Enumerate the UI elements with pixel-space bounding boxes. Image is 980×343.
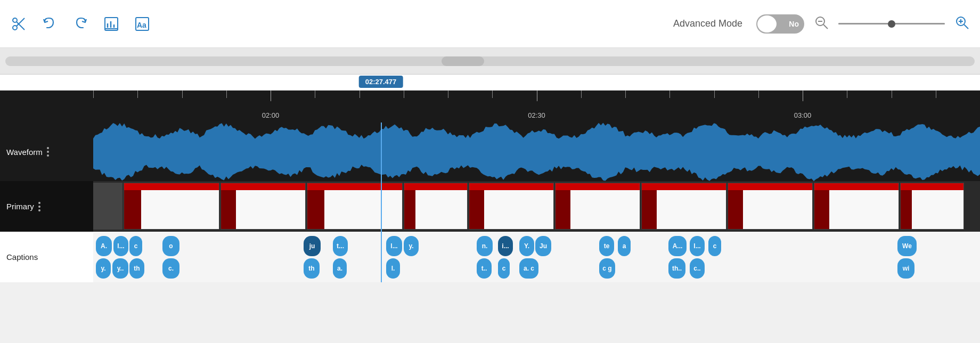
svg-text:Aa: Aa [137,21,146,29]
video-thumbnail-1[interactable] [124,183,219,230]
captions-track-label: Captions [0,232,93,282]
caption-block-17[interactable]: We [897,236,917,256]
toggle-knob [757,15,777,32]
caption-block-8[interactable]: n. [477,236,493,256]
caption-block-10[interactable]: Y. [519,236,534,256]
video-thumbnail-0[interactable] [93,183,123,230]
ruler-label-area [0,91,93,123]
chart-icon[interactable] [103,16,119,32]
zoom-in-icon[interactable] [954,15,969,33]
caption-block-bottom-0[interactable]: y. [96,258,111,279]
caption-block-9[interactable]: i... [498,236,513,256]
scroll-track[interactable] [5,56,975,66]
undo-icon[interactable] [42,16,58,32]
caption-block-15[interactable]: l... [690,236,705,256]
caption-block-bottom-2[interactable]: th [129,258,144,279]
timeline-main: 02:0002:3003:00 Waveform Primary [0,91,980,282]
caption-block-bottom-9[interactable]: a. c [519,258,538,279]
toolbar-icons: Aa [11,16,657,32]
redo-icon[interactable] [72,16,88,32]
waveform-content [93,123,980,181]
ruler-ticks: 02:0002:3003:00 [93,91,980,123]
video-thumbnail-9[interactable] [814,183,899,230]
text-icon[interactable]: Aa [134,16,150,32]
primary-track-menu[interactable] [38,202,40,211]
svg-line-12 [823,24,828,29]
caption-block-0[interactable]: A. [96,236,112,256]
caption-block-bottom-3[interactable]: c. [162,258,179,279]
video-thumbnail-8[interactable] [728,183,813,230]
primary-track-label: Primary [0,181,93,232]
video-thumbnail-3[interactable] [307,183,403,230]
caption-block-14[interactable]: A... [668,236,687,256]
caption-block-5[interactable]: t... [333,236,348,256]
playhead-captions [381,232,382,282]
primary-content [93,181,980,232]
primary-track: Primary [0,181,980,232]
caption-block-11[interactable]: Ju [535,236,551,256]
video-thumbnail-10[interactable] [900,183,964,230]
timeline-ruler: 02:0002:3003:00 [0,91,980,123]
captions-track: Captions A.l...cojut...l...y.n.i...Y.Jut… [0,232,980,282]
caption-block-3[interactable]: o [162,236,179,256]
zoom-out-icon[interactable] [814,15,829,33]
zoom-slider[interactable] [838,23,945,24]
time-indicator-bar: 02:27.477 [0,75,980,91]
current-time-badge: 02:27.477 [359,76,403,88]
caption-block-bottom-5[interactable]: a. [333,258,347,279]
toggle-state-label: No [789,20,799,28]
captions-content: A.l...cojut...l...y.n.i...Y.JuteaA...l..… [93,232,980,282]
caption-block-1[interactable]: l... [113,236,128,256]
svg-line-3 [17,18,24,26]
caption-block-bottom-1[interactable]: y.. [112,258,128,279]
caption-block-2[interactable]: c [129,236,142,256]
caption-block-7[interactable]: y. [404,236,419,256]
caption-block-13[interactable]: a [618,236,631,256]
captions-label-text: Captions [6,252,38,262]
video-thumbnail-2[interactable] [220,183,306,230]
advanced-mode-toggle[interactable]: No [756,14,804,34]
video-thumbnail-5[interactable] [469,183,554,230]
caption-block-bottom-10[interactable]: c g [599,258,615,279]
caption-block-bottom-8[interactable]: c [498,258,510,279]
caption-block-4[interactable]: ju [304,236,321,256]
video-thumbnail-7[interactable] [641,183,726,230]
video-thumbnail-4[interactable] [404,183,468,230]
waveform-track: Waveform [0,123,980,181]
zoom-slider-container [838,23,945,24]
waveform-label-text: Waveform [6,148,43,157]
svg-point-0 [13,18,17,22]
caption-block-bottom-7[interactable]: t.. [477,258,492,279]
scissors-icon[interactable] [11,16,27,32]
waveform-svg [93,123,980,181]
timeline-scrollbar[interactable] [0,48,980,75]
caption-block-16[interactable]: c [708,236,721,256]
caption-block-bottom-4[interactable]: th [304,258,320,279]
waveform-track-label: Waveform [0,123,93,181]
svg-point-1 [13,26,17,30]
svg-line-2 [17,22,24,30]
toolbar: Aa Advanced Mode No [0,0,980,48]
caption-block-6[interactable]: l... [386,236,402,256]
advanced-mode-label: Advanced Mode [673,18,742,29]
svg-line-15 [964,24,968,29]
caption-block-bottom-13[interactable]: wi [897,258,914,279]
caption-block-bottom-6[interactable]: l. [386,258,400,279]
waveform-track-menu[interactable] [47,147,49,157]
caption-block-12[interactable]: te [599,236,614,256]
video-thumbnail-6[interactable] [555,183,640,230]
caption-block-bottom-12[interactable]: c.. [690,258,705,279]
caption-block-bottom-11[interactable]: th.. [668,258,685,279]
toolbar-right: Advanced Mode No [673,14,969,34]
scroll-thumb[interactable] [442,56,484,66]
primary-label-text: Primary [6,202,34,211]
